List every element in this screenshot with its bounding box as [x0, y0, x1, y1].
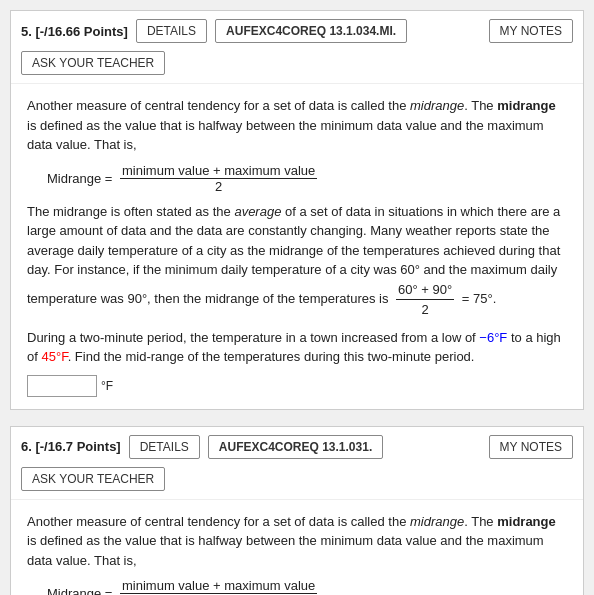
question-6-body: Another measure of central tendency for … [11, 500, 583, 596]
q5-answer-row: °F [27, 375, 567, 397]
q5-para2: The midrange is often stated as the aver… [27, 202, 567, 320]
q6-intro: Another measure of central tendency for … [27, 512, 567, 571]
q5-high-temp: 45°F [41, 349, 67, 364]
q6-fraction: minimum value + maximum value 2 [120, 578, 317, 595]
ask-teacher-button-6[interactable]: ASK YOUR TEACHER [21, 467, 165, 491]
q6-numerator: minimum value + maximum value [120, 578, 317, 594]
ask-teacher-button-5[interactable]: ASK YOUR TEACHER [21, 51, 165, 75]
q5-formula-label: Midrange = [47, 171, 116, 186]
q5-answer-input[interactable] [27, 375, 97, 397]
q5-question: During a two-minute period, the temperat… [27, 328, 567, 367]
q5-example-numerator: 60° + 90° [396, 280, 454, 301]
question-5: 5. [-/16.66 Points] DETAILS AUFEXC4COREQ… [10, 10, 584, 410]
code-button-5[interactable]: AUFEXC4COREQ 13.1.034.MI. [215, 19, 407, 43]
q5-intro: Another measure of central tendency for … [27, 96, 567, 155]
q5-example-result: = 75°. [462, 291, 496, 306]
q6-formula: Midrange = minimum value + maximum value… [47, 578, 567, 595]
q5-low-temp: −6°F [479, 330, 507, 345]
q5-unit: °F [101, 379, 113, 393]
details-button-5[interactable]: DETAILS [136, 19, 207, 43]
q5-numerator: minimum value + maximum value [120, 163, 317, 179]
details-button-6[interactable]: DETAILS [129, 435, 200, 459]
question-5-header: 5. [-/16.66 Points] DETAILS AUFEXC4COREQ… [11, 11, 583, 84]
q5-example-denominator: 2 [420, 300, 431, 320]
question-6-number: 6. [-/16.7 Points] [21, 439, 121, 454]
question-6-header: 6. [-/16.7 Points] DETAILS AUFEXC4COREQ … [11, 427, 583, 500]
q5-formula: Midrange = minimum value + maximum value… [47, 163, 567, 194]
q6-formula-label: Midrange = [47, 586, 116, 595]
question-5-body: Another measure of central tendency for … [11, 84, 583, 409]
question-5-number: 5. [-/16.66 Points] [21, 24, 128, 39]
q5-example-frac: 60° + 90°2 [392, 291, 458, 306]
code-button-6[interactable]: AUFEXC4COREQ 13.1.031. [208, 435, 383, 459]
my-notes-button-6[interactable]: MY NOTES [489, 435, 573, 459]
q5-fraction: minimum value + maximum value 2 [120, 163, 317, 194]
my-notes-button-5[interactable]: MY NOTES [489, 19, 573, 43]
question-6: 6. [-/16.7 Points] DETAILS AUFEXC4COREQ … [10, 426, 584, 596]
q5-denominator: 2 [213, 179, 224, 194]
